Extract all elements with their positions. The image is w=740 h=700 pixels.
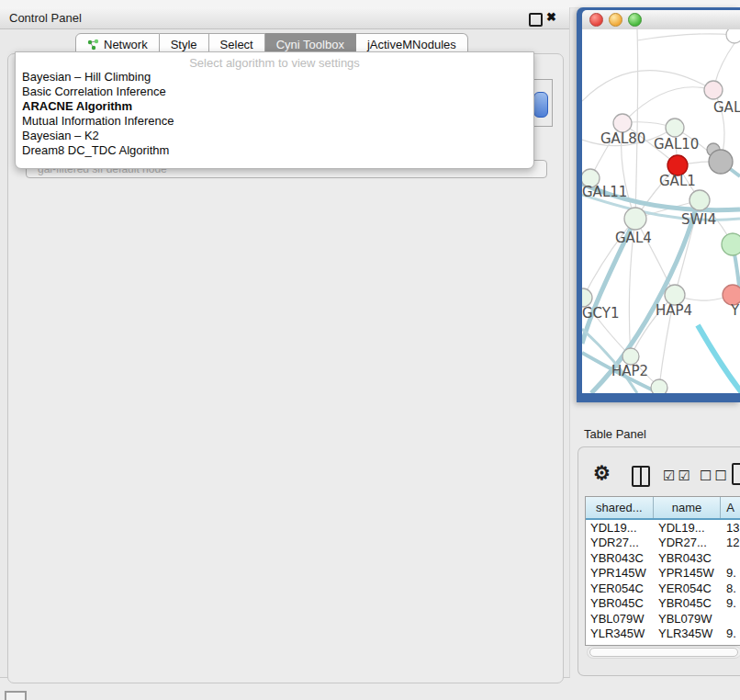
algorithm-dropdown-items: Bayesian – Hill ClimbingBasic Correlatio… — [16, 70, 533, 158]
table-cell: 9. — [722, 596, 740, 610]
node-label: GAL1 — [659, 173, 696, 189]
table-cell: YPR145W — [586, 566, 654, 580]
node-label: SWI4 — [681, 211, 716, 228]
table-cell: YBR043C — [654, 551, 722, 565]
minimized-panel-icon[interactable] — [5, 691, 27, 700]
table-cell: YPR145W — [654, 566, 722, 580]
table-cell: 13 — [722, 521, 740, 535]
table-cell: 9. — [722, 627, 740, 640]
network-node[interactable] — [726, 29, 740, 43]
network-node[interactable] — [651, 379, 667, 393]
tab-label: Network — [104, 38, 148, 51]
algorithm-option[interactable]: Bayesian – Hill Climbing — [16, 70, 533, 85]
node-label: GAL11 — [582, 184, 627, 200]
table-cell: 12 — [722, 536, 740, 549]
node-label: HAP2 — [611, 363, 648, 379]
table-cell: 9. — [722, 566, 740, 580]
table-cell: YBR045C — [586, 596, 654, 610]
table-cell: YER054C — [586, 581, 654, 595]
table-cell: YDL19... — [586, 521, 654, 535]
mac-close-icon[interactable] — [589, 13, 603, 27]
control-panel-window: Control Panel ✖ NetworkStyleSelectCyni T… — [0, 7, 570, 678]
node-attribute-table[interactable]: shared...nameAYDL19...YDL19...13YDR27...… — [585, 496, 740, 646]
network-edge — [715, 43, 734, 83]
table-cell: YDR27... — [586, 536, 654, 549]
node-label: HAP4 — [656, 302, 692, 319]
network-node-swi4[interactable] — [690, 190, 710, 210]
table-horizontal-scrollbar[interactable] — [587, 646, 740, 659]
network-node-gal80[interactable] — [613, 114, 632, 132]
table-cell: YLR345W — [654, 627, 722, 640]
network-node-gal10[interactable] — [666, 119, 684, 137]
table-row[interactable]: YDR27...YDR27...12 — [586, 536, 740, 551]
columns-icon[interactable] — [632, 466, 650, 487]
table-cell: YDL19... — [654, 521, 722, 535]
node-label: GCY1 — [582, 305, 620, 322]
control-panel-title: Control Panel — [9, 11, 82, 25]
algorithm-dropdown-list: Select algorithm to view settings Bayesi… — [15, 51, 534, 169]
table-cell: YBL079W — [586, 612, 654, 626]
table-row[interactable]: YBL079WYBL079W — [586, 611, 740, 627]
tab-label: Style — [171, 38, 197, 51]
hidden-combo-stepper[interactable] — [533, 92, 548, 118]
table-row[interactable]: YER054CYER054C8. — [586, 581, 740, 596]
node-label: GAL80 — [600, 130, 645, 147]
network-edge — [582, 71, 713, 101]
table-row[interactable]: YBR045CYBR045C9. — [586, 596, 740, 612]
table-row[interactable]: YLR345WYLR345W9. — [586, 627, 740, 642]
network-edge — [637, 34, 734, 40]
node-label: GAL4 — [615, 230, 652, 246]
algorithm-dropdown-hint: Select algorithm to view settings — [16, 52, 533, 70]
network-node[interactable] — [709, 150, 733, 174]
table-panel-title: Table Panel — [584, 427, 646, 441]
gear-icon[interactable]: ⚙ — [593, 462, 611, 484]
table-cell: YLR345W — [586, 627, 654, 640]
float-window-icon[interactable] — [529, 13, 543, 27]
table-row[interactable]: YDL19...YDL19...13 — [586, 520, 740, 536]
close-icon[interactable]: ✖ — [546, 10, 556, 24]
table-column-header[interactable]: name — [654, 497, 722, 518]
mac-zoom-icon[interactable] — [628, 13, 642, 27]
network-node[interactable] — [704, 81, 723, 99]
table-cell: YBL079W — [654, 612, 722, 626]
table-column-header[interactable]: A — [721, 497, 740, 518]
tab-label: Select — [220, 38, 253, 51]
table-row[interactable]: YPR145WYPR145W9. — [586, 566, 740, 581]
algorithm-option[interactable]: Mutual Information Inference — [16, 114, 533, 129]
node-label: GAL — [713, 99, 740, 116]
table-cell: YBR045C — [654, 596, 722, 610]
network-edge — [626, 87, 713, 119]
algorithm-option[interactable]: Bayesian – K2 — [16, 129, 533, 143]
node-label: Y — [730, 302, 740, 319]
unchecked-boxes-icon[interactable]: ☐☐ — [700, 468, 730, 484]
table-row[interactable]: YBR043CYBR043C — [586, 550, 740, 566]
table-cell: YBR043C — [586, 551, 654, 565]
control-panel-titlebar: Control Panel ✖ — [0, 7, 569, 29]
node-label: GAL10 — [654, 136, 699, 152]
tab-label: Cyni Toolbox — [276, 38, 344, 51]
network-icon — [87, 39, 99, 51]
checked-boxes-icon[interactable]: ☑☑ — [663, 468, 693, 484]
network-edge — [698, 325, 740, 393]
table-cell: 8. — [722, 581, 740, 595]
network-view-titlebar[interactable] — [582, 10, 740, 30]
network-graph: GALGAL80GAL10GAL1GAL11SWI4GAL4GCY1HAP4YH… — [582, 29, 740, 393]
tab-label: jActiveMNodules — [367, 38, 456, 51]
network-node-gal4[interactable] — [624, 208, 646, 230]
table-cell: YDR27... — [654, 536, 722, 549]
network-node[interactable] — [722, 233, 740, 255]
document-icon[interactable] — [732, 463, 740, 485]
network-node-gcy1[interactable] — [582, 288, 592, 307]
algorithm-option[interactable]: Dream8 DC_TDC Algorithm — [16, 143, 533, 158]
algorithm-option[interactable]: Basic Correlation Inference — [16, 85, 533, 99]
table-column-header[interactable]: shared... — [586, 497, 654, 518]
network-edge — [635, 29, 638, 219]
algorithm-option[interactable]: ARACNE Algorithm — [16, 99, 533, 114]
table-cell: YER054C — [654, 581, 722, 595]
mac-minimize-icon[interactable] — [609, 13, 622, 27]
network-canvas[interactable]: GALGAL80GAL10GAL1GAL11SWI4GAL4GCY1HAP4YH… — [582, 29, 740, 393]
